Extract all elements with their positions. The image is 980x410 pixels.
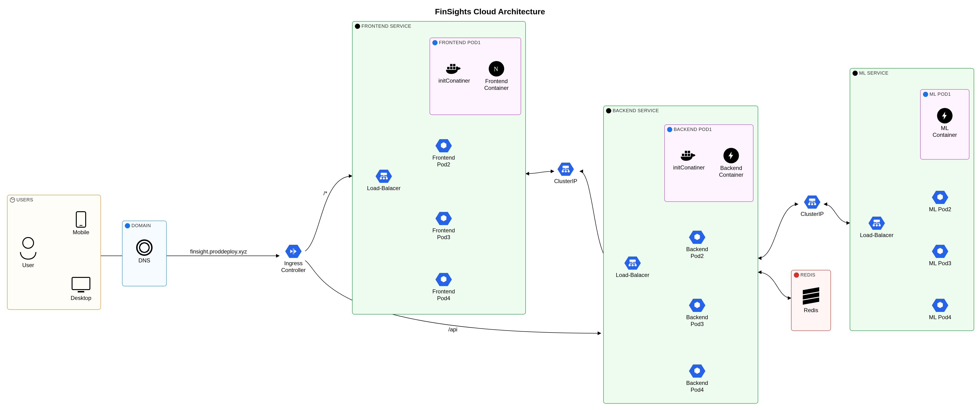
svg-rect-17 [685, 151, 687, 153]
svg-rect-7 [380, 177, 382, 179]
mobile-node: Mobile [68, 211, 94, 236]
clusterip-fe-label: ClusterIP [552, 178, 580, 185]
redis-icon [803, 289, 819, 303]
fe-pod4-node: Frontend Pod4 [430, 272, 458, 302]
svg-rect-23 [809, 199, 815, 201]
fe-container-label: Frontend Container [479, 78, 514, 92]
desktop-label: Desktop [66, 295, 96, 302]
ml-pod1-tag: ML POD1 [923, 92, 951, 97]
backend-service-label: BACKEND SERVICE [612, 108, 659, 113]
be-lb-label: Load-Balacer [615, 272, 650, 278]
svg-rect-27 [873, 220, 880, 222]
svg-rect-22 [635, 264, 636, 266]
desktop-icon [72, 277, 91, 290]
fe-lb-node: Load-Balacer [366, 169, 401, 192]
redis-node: Redis [797, 289, 825, 314]
redis-group-tag: REDIS [794, 272, 815, 278]
be-pod4-node: Backend Pod4 [683, 364, 711, 393]
svg-rect-15 [685, 154, 687, 156]
ml-service-label: ML SERVICE [859, 70, 888, 76]
nextjs-icon [355, 24, 360, 29]
ml-pod3-label: ML Pod3 [923, 260, 958, 267]
domain-group-label: DOMAIN [132, 223, 151, 228]
dns-icon [136, 239, 153, 256]
user-label: User [14, 262, 42, 269]
be-container-label: Backend Container [714, 165, 749, 178]
svg-text:N: N [494, 65, 498, 73]
svg-rect-18 [688, 151, 690, 153]
pod-icon [436, 272, 452, 287]
backend-service-tag: BACKEND SERVICE [606, 108, 659, 113]
ml-container-node: ML Container [928, 108, 961, 138]
be-pod2-node: Backend Pod2 [683, 230, 711, 259]
svg-rect-13 [568, 170, 570, 172]
fastapi-container-icon [724, 148, 739, 163]
dns-node: DNS [130, 239, 158, 264]
pod-icon [436, 211, 452, 226]
pod-icon [932, 298, 948, 313]
person-icon [10, 197, 15, 203]
svg-rect-28 [873, 224, 875, 226]
domain-group-tag: DOMAIN [125, 223, 151, 228]
svg-rect-8 [383, 177, 385, 179]
backend-pod1-tag: BACKEND POD1 [667, 127, 712, 132]
svg-rect-21 [632, 264, 633, 266]
be-init-container-node: initConatiner [671, 148, 706, 171]
ml-service-tag: ML SERVICE [853, 70, 888, 76]
clusterip-be-label: ClusterIP [798, 211, 826, 218]
fe-lb-label: Load-Balacer [366, 185, 401, 192]
frontend-pod1-label: FRONTEND POD1 [439, 40, 481, 45]
ml-container-icon [937, 108, 953, 124]
clusterip-fe-node: ClusterIP [552, 162, 580, 185]
svg-rect-0 [447, 67, 450, 69]
fastapi-icon [853, 71, 858, 76]
be-pod3-node: Backend Pod3 [683, 298, 711, 327]
user-node: User [14, 237, 42, 269]
clusterip-icon [804, 195, 820, 209]
ml-container-label: ML Container [928, 125, 961, 138]
diagram-title: FinSights Cloud Architecture [435, 7, 545, 16]
fe-pod3-node: Frontend Pod3 [430, 211, 458, 241]
pod-icon [923, 92, 928, 97]
svg-rect-14 [682, 154, 684, 156]
fe-init-container-label: initConatiner [437, 78, 472, 84]
docker-icon [679, 148, 698, 162]
desktop-node: Desktop [66, 277, 96, 302]
clusterip-be-node: ClusterIP [798, 195, 826, 218]
edge-domain-label: finsight.proddeploy.xyz [190, 248, 247, 255]
pod-icon [667, 127, 672, 132]
ml-lb-node: Load-Balacer [859, 216, 894, 239]
fastapi-icon [606, 108, 611, 113]
pod-icon [689, 298, 705, 313]
ml-lb-label: Load-Balacer [859, 232, 894, 239]
redis-label: Redis [797, 307, 825, 314]
load-balancer-icon [375, 169, 392, 184]
user-icon [20, 237, 37, 259]
svg-rect-4 [453, 64, 455, 67]
be-init-container-label: initConatiner [671, 164, 706, 171]
fe-pod3-label: Frontend Pod3 [430, 227, 458, 241]
be-pod4-label: Backend Pod4 [683, 380, 711, 393]
ml-pod3-node: ML Pod3 [923, 244, 958, 267]
edge-root-path-label: /* [323, 190, 327, 197]
svg-rect-24 [808, 203, 810, 205]
pod-icon [932, 244, 948, 259]
dns-label: DNS [130, 257, 158, 264]
globe-icon [125, 223, 130, 228]
fe-init-container-node: initConatiner [437, 61, 472, 84]
edge-api-path-label: /api [448, 326, 458, 333]
frontend-service-label: FRONTEND SERVICE [361, 24, 411, 29]
frontend-service-tag: FRONTEND SERVICE [355, 24, 411, 29]
frontend-pod1-tag: FRONTEND POD1 [433, 40, 481, 45]
pod-icon [433, 40, 438, 45]
svg-rect-20 [628, 264, 630, 266]
svg-rect-26 [814, 203, 816, 205]
svg-rect-12 [565, 170, 566, 172]
svg-rect-9 [386, 177, 388, 179]
ingress-node: Ingress Controller [279, 244, 307, 273]
ml-pod1-label: ML POD1 [929, 92, 951, 97]
mobile-label: Mobile [68, 229, 94, 236]
fe-pod4-label: Frontend Pod4 [430, 288, 458, 302]
backend-pod1-label: BACKEND POD1 [674, 127, 712, 132]
fe-container-node: N Frontend Container [479, 61, 514, 92]
